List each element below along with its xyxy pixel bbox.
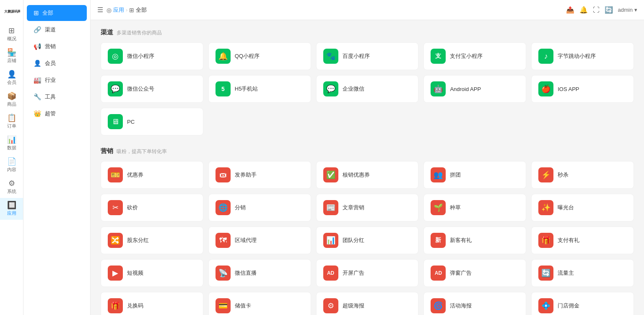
alipay-mini-icon: 支 xyxy=(431,49,446,64)
nav-member-icon: 👤 xyxy=(34,60,42,67)
app-activity-poster[interactable]: 🌀 活动海报 xyxy=(423,292,526,315)
channel-grid: ◎ 微信小程序 🔔 QQ小程序 🐾 百度小程序 支 支付宝小程序 ♪ 字 xyxy=(101,42,634,135)
app-exchange-code[interactable]: 🎁 兑换码 xyxy=(101,292,203,315)
sidebar-item-member[interactable]: 👤 会员 xyxy=(0,67,23,89)
refresh-icon[interactable]: 🔄 xyxy=(605,6,613,14)
app-regional[interactable]: 🗺 区域代理 xyxy=(208,226,311,254)
app-shareholder[interactable]: 🔀 股东分红 xyxy=(101,226,203,254)
app-qq-mini[interactable]: 🔔 QQ小程序 xyxy=(208,42,311,70)
seckill-icon: ⚡ xyxy=(538,167,553,182)
team-dividend-label: 团队分红 xyxy=(343,237,364,244)
nav-channel-icon: 🔗 xyxy=(34,26,42,34)
app-article-marketing[interactable]: 📰 文章营销 xyxy=(316,194,419,221)
upload-icon[interactable]: 📤 xyxy=(566,6,574,14)
wechat-live-label: 微信直播 xyxy=(235,269,257,277)
app-wechat-live[interactable]: 📡 微信直播 xyxy=(208,259,311,287)
breadcrumb: ◎ 应用 › ⊞ 全部 xyxy=(106,6,147,14)
left-nav: ⊞ 全部 🔗 渠道 📢 营销 👤 会员 🏭 行业 🔧 工具 👑 超管 xyxy=(23,0,91,315)
sidebar-item-system[interactable]: ⚙ 系统 xyxy=(0,176,23,198)
app-team-dividend[interactable]: 📊 团队分红 xyxy=(316,226,419,254)
app-wechat-public[interactable]: 💬 微信公众号 xyxy=(101,75,203,103)
topbar: ☰ ◎ 应用 › ⊞ 全部 📤 🔔 ⛶ 🔄 admin ▾ xyxy=(91,0,644,20)
app-super-poster[interactable]: ⚙ 超级海报 xyxy=(316,292,419,315)
distribution-icon: 🌐 xyxy=(216,200,231,215)
app-popup-ad[interactable]: AD 弹窗广告 xyxy=(423,259,526,287)
seckill-label: 秒杀 xyxy=(558,171,569,179)
app-coupon[interactable]: 🎫 优惠券 xyxy=(101,161,203,189)
app-pc[interactable]: 🖥 PC xyxy=(101,108,203,135)
section-channel-subtitle: 多渠道销售你的商品 xyxy=(117,29,162,36)
app-h5[interactable]: 5 H5手机站 xyxy=(208,75,311,103)
sidebar-item-goods[interactable]: 📦 商品 xyxy=(0,89,23,111)
app-new-gift[interactable]: 新 新客有礼 xyxy=(423,226,526,254)
nav-channel[interactable]: 🔗 渠道 xyxy=(27,22,87,38)
app-shop-commission[interactable]: 💠 门店佣金 xyxy=(531,292,634,315)
gift-card-label: 储值卡 xyxy=(235,302,251,310)
menu-toggle-icon[interactable]: ☰ xyxy=(97,6,103,14)
app-short-video[interactable]: ▶ 短视频 xyxy=(101,259,203,287)
sidebar-item-overview[interactable]: ⊞ 概况 xyxy=(0,23,23,45)
app-open-ad[interactable]: AD 开屏广告 xyxy=(316,259,419,287)
sidebar-item-shop[interactable]: 🏪 店铺 xyxy=(0,45,23,67)
app-pay-gift[interactable]: 🎁 支付有礼 xyxy=(531,226,634,254)
app-alipay-mini[interactable]: 支 支付宝小程序 xyxy=(423,42,526,70)
nav-tool[interactable]: 🔧 工具 xyxy=(27,89,87,105)
app-seed[interactable]: 🌱 种草 xyxy=(423,194,526,221)
shareholder-label: 股东分红 xyxy=(127,237,149,244)
coupon-helper-label: 发券助手 xyxy=(235,171,257,179)
nav-industry[interactable]: 🏭 行业 xyxy=(27,72,87,88)
shop-commission-icon: 💠 xyxy=(538,298,553,313)
qq-mini-label: QQ小程序 xyxy=(235,52,260,60)
pay-gift-icon: 🎁 xyxy=(538,233,553,248)
shop-commission-label: 门店佣金 xyxy=(558,302,579,310)
nav-all[interactable]: ⊞ 全部 xyxy=(27,5,87,21)
fullscreen-icon[interactable]: ⛶ xyxy=(593,6,600,14)
app-group[interactable]: 👥 拼团 xyxy=(423,161,526,189)
section-channel: 渠道 多渠道销售你的商品 ◎ 微信小程序 🔔 QQ小程序 🐾 百度小程序 支 xyxy=(101,29,634,135)
app-wework[interactable]: 💬 企业微信 xyxy=(316,75,419,103)
team-dividend-icon: 📊 xyxy=(323,233,338,248)
nav-member[interactable]: 👤 会员 xyxy=(27,55,87,71)
breadcrumb-app-icon: ◎ xyxy=(106,7,112,13)
app-gift-card[interactable]: 💳 储值卡 xyxy=(208,292,311,315)
app-traffic[interactable]: 🔄 流量主 xyxy=(531,259,634,287)
app-coupon-helper[interactable]: 🎟 发券助手 xyxy=(208,161,311,189)
breadcrumb-app[interactable]: 应用 xyxy=(113,6,124,14)
sidebar-item-content[interactable]: 📄 内容 xyxy=(0,154,23,176)
app-exposure[interactable]: ✨ 曝光台 xyxy=(531,194,634,221)
distribution-label: 分销 xyxy=(235,204,246,211)
app-bargain[interactable]: ✂ 砍价 xyxy=(101,194,203,221)
app-seckill[interactable]: ⚡ 秒杀 xyxy=(531,161,634,189)
wechat-mini-label: 微信小程序 xyxy=(127,52,154,60)
wework-icon: 💬 xyxy=(323,81,338,96)
section-marketing-header: 营销 吸粉，提高下单转化率 xyxy=(101,147,634,155)
short-video-label: 短视频 xyxy=(127,269,143,277)
app-baidu-mini[interactable]: 🐾 百度小程序 xyxy=(316,42,419,70)
app-distribution[interactable]: 🌐 分销 xyxy=(208,194,311,221)
bell-icon[interactable]: 🔔 xyxy=(579,6,588,14)
sidebar-item-order[interactable]: 📋 订单 xyxy=(0,111,23,133)
content-icon: 📄 xyxy=(7,158,16,165)
sidebar-item-app[interactable]: 🔲 应用 xyxy=(0,198,23,220)
nav-marketing[interactable]: 📢 营销 xyxy=(27,39,87,55)
app-wechat-mini[interactable]: ◎ 微信小程序 xyxy=(101,42,203,70)
logo: 大鹏源码网 xyxy=(1,3,22,20)
traffic-label: 流量主 xyxy=(558,269,574,277)
sidebar-item-data[interactable]: 📊 数据 xyxy=(0,133,23,154)
pc-icon: 🖥 xyxy=(108,114,123,129)
topbar-left: ☰ ◎ 应用 › ⊞ 全部 xyxy=(97,6,147,14)
article-marketing-icon: 📰 xyxy=(323,200,338,215)
wework-label: 企业微信 xyxy=(343,85,364,93)
app-ios[interactable]: 🍎 IOS APP xyxy=(531,75,634,103)
topbar-right: 📤 🔔 ⛶ 🔄 admin ▾ xyxy=(566,6,637,14)
admin-menu[interactable]: admin ▾ xyxy=(618,7,637,13)
app-android[interactable]: 🤖 Android APP xyxy=(423,75,526,103)
h5-icon: 5 xyxy=(216,81,231,96)
admin-chevron-icon: ▾ xyxy=(634,7,637,13)
wechat-live-icon: 📡 xyxy=(216,266,231,281)
app-icon: 🔲 xyxy=(7,201,16,209)
app-tiktok-mini[interactable]: ♪ 字节跳动小程序 xyxy=(531,42,634,70)
sidebar: 大鹏源码网 ⊞ 概况 🏪 店铺 👤 会员 📦 商品 📋 订单 📊 数据 📄 内容… xyxy=(0,0,23,315)
app-verify-coupon[interactable]: ✅ 核销优惠券 xyxy=(316,161,419,189)
nav-superadmin[interactable]: 👑 超管 xyxy=(27,106,87,122)
